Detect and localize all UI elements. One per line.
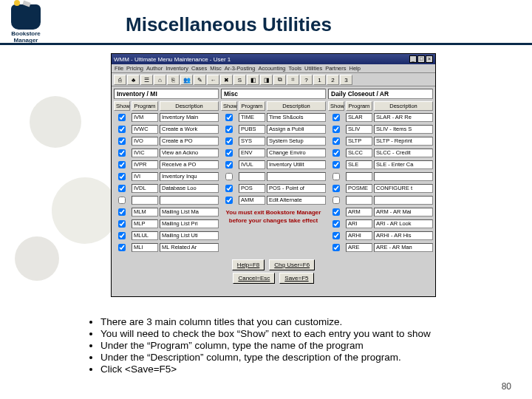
toolbar-button-7[interactable]: ← xyxy=(207,75,219,85)
program-field[interactable] xyxy=(346,196,372,205)
description-field[interactable]: ARE - AR Man xyxy=(374,243,433,252)
description-field[interactable] xyxy=(160,196,219,205)
toolbar-button-12[interactable]: ⧉ xyxy=(273,75,286,85)
show-checkbox[interactable] xyxy=(118,173,126,180)
menu-item-tools[interactable]: Tools xyxy=(287,65,302,72)
toolbar-button-10[interactable]: ◧ xyxy=(247,75,259,85)
menu-item-author[interactable]: Author xyxy=(146,65,163,72)
description-field[interactable] xyxy=(374,172,433,181)
program-field[interactable]: AMM xyxy=(239,196,265,205)
program-field[interactable]: IVWC xyxy=(132,125,158,134)
description-field[interactable]: SLAR - AR Re xyxy=(374,113,433,122)
program-field[interactable]: IVUL xyxy=(239,160,265,169)
program-field[interactable]: ARHI xyxy=(346,231,372,240)
toolbar-button-9[interactable]: S xyxy=(233,75,246,85)
menu-item-ar-3-posting[interactable]: Ar-3-Posting xyxy=(224,65,256,72)
change-user-button[interactable]: Chg User=F6 xyxy=(269,259,315,270)
show-checkbox[interactable] xyxy=(332,244,340,251)
program-field[interactable] xyxy=(346,172,372,181)
program-field[interactable]: ARE xyxy=(346,243,372,252)
toolbar-button-5[interactable]: 👥 xyxy=(180,75,193,85)
description-field[interactable]: Mailing List Pri xyxy=(160,219,219,228)
program-field[interactable]: IVO xyxy=(132,137,158,146)
description-field[interactable] xyxy=(267,172,326,181)
program-field[interactable]: POSME xyxy=(346,184,372,193)
program-field[interactable]: TIME xyxy=(239,113,265,122)
toolbar-button-15[interactable]: 1 xyxy=(313,75,326,85)
program-field[interactable]: ARM xyxy=(346,208,372,216)
show-checkbox[interactable] xyxy=(225,149,233,157)
program-field[interactable]: POS xyxy=(239,184,265,193)
toolbar-button-2[interactable]: ☰ xyxy=(140,75,153,85)
show-checkbox[interactable] xyxy=(225,114,233,121)
toolbar-button-8[interactable]: ✖ xyxy=(220,75,233,85)
program-field[interactable]: IVPR xyxy=(132,160,158,169)
description-field[interactable]: Database Loo xyxy=(160,184,219,193)
help-button[interactable]: Help=F8 xyxy=(232,259,265,270)
menu-item-partners[interactable]: Partners xyxy=(324,65,347,72)
description-field[interactable]: Assign a Publi xyxy=(267,125,326,134)
show-checkbox[interactable] xyxy=(225,161,233,168)
program-field[interactable]: ARI xyxy=(346,219,372,228)
program-field[interactable]: MLI xyxy=(132,243,158,252)
description-field[interactable]: Change Enviro xyxy=(267,149,326,157)
toolbar-button-6[interactable]: ✎ xyxy=(194,75,206,85)
show-checkbox[interactable] xyxy=(332,232,340,239)
program-field[interactable]: IVI xyxy=(132,172,158,181)
program-field[interactable]: MLM xyxy=(132,208,158,216)
show-checkbox[interactable] xyxy=(332,220,340,228)
toolbar-button-4[interactable]: ⎘ xyxy=(167,75,180,85)
save-button[interactable]: Save=F5 xyxy=(279,273,313,284)
program-field[interactable] xyxy=(239,172,265,181)
program-field[interactable]: SYS xyxy=(239,137,265,146)
description-field[interactable]: SLIV - Items S xyxy=(374,125,433,134)
show-checkbox[interactable] xyxy=(332,126,340,133)
menu-item-inventory[interactable]: Inventory xyxy=(165,65,189,72)
show-checkbox[interactable] xyxy=(118,137,126,145)
minimize-button[interactable]: _ xyxy=(409,55,417,63)
show-checkbox[interactable] xyxy=(332,197,340,204)
program-field[interactable]: SLTP xyxy=(346,137,372,146)
menu-item-accounting[interactable]: Accounting xyxy=(257,65,286,72)
program-field[interactable]: ENV xyxy=(239,149,265,157)
program-field[interactable]: IVDL xyxy=(132,184,158,193)
program-field[interactable]: SLIV xyxy=(346,125,372,134)
show-checkbox[interactable] xyxy=(225,197,233,204)
description-field[interactable]: Create a Work xyxy=(160,125,219,134)
menu-item-help[interactable]: Help xyxy=(349,65,361,72)
show-checkbox[interactable] xyxy=(332,185,340,192)
show-checkbox[interactable] xyxy=(118,126,126,133)
show-checkbox[interactable] xyxy=(118,114,126,121)
description-field[interactable]: ARHI - AR His xyxy=(374,231,433,240)
toolbar-button-1[interactable]: ♣ xyxy=(127,75,140,85)
show-checkbox[interactable] xyxy=(225,173,233,180)
show-checkbox[interactable] xyxy=(118,208,126,216)
description-field[interactable]: SLCC - Credit xyxy=(374,149,433,157)
program-field[interactable]: SLCC xyxy=(346,149,372,157)
show-checkbox[interactable] xyxy=(225,126,233,133)
menu-item-pricing[interactable]: Pricing xyxy=(126,65,144,72)
cancel-button[interactable]: Cancel=Esc xyxy=(233,273,275,284)
toolbar-button-14[interactable]: ? xyxy=(300,75,313,85)
description-field[interactable]: Inventory Inqu xyxy=(160,172,219,181)
show-checkbox[interactable] xyxy=(118,161,126,168)
program-field[interactable]: PUBS xyxy=(239,125,265,134)
program-field[interactable]: IVIC xyxy=(132,149,158,157)
program-field[interactable]: MLUL xyxy=(132,231,158,240)
toolbar-button-16[interactable]: 2 xyxy=(327,75,339,85)
description-field[interactable]: SLE - Enter Ca xyxy=(374,160,433,169)
description-field[interactable]: Time Sh&ools xyxy=(267,113,326,122)
description-field[interactable]: View an Ackno xyxy=(160,149,219,157)
show-checkbox[interactable] xyxy=(332,173,340,180)
close-button[interactable]: × xyxy=(426,55,433,63)
show-checkbox[interactable] xyxy=(118,185,126,192)
toolbar-button-0[interactable]: ⎙ xyxy=(114,75,126,85)
maximize-button[interactable]: □ xyxy=(417,55,425,63)
menu-item-misc[interactable]: Misc xyxy=(209,65,222,72)
menu-item-file[interactable]: File xyxy=(114,65,124,72)
program-field[interactable]: MLP xyxy=(132,219,158,228)
description-field[interactable]: System Setup xyxy=(267,137,326,146)
toolbar-button-3[interactable]: ⌂ xyxy=(154,75,166,85)
description-field[interactable]: SLTP - Reprint xyxy=(374,137,433,146)
show-checkbox[interactable] xyxy=(118,232,126,239)
